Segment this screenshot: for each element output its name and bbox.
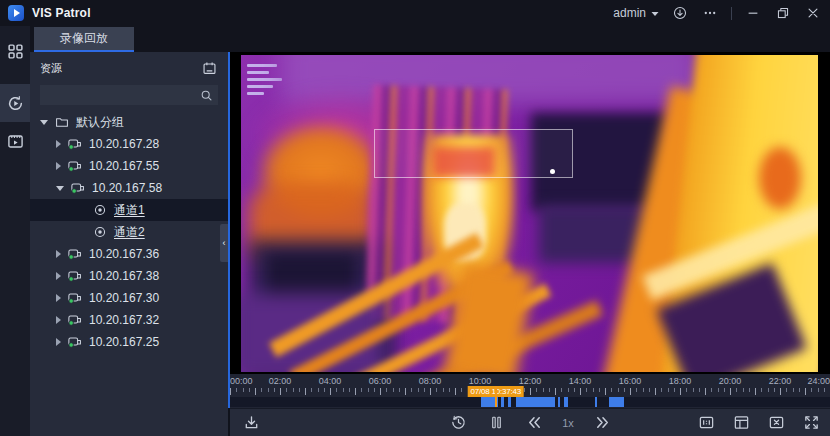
timeline-tick	[593, 388, 594, 392]
download-center-button[interactable]	[671, 4, 689, 22]
tree-item-label: 10.20.167.28	[89, 137, 159, 151]
layout-button[interactable]	[728, 411, 754, 435]
timeline-tick	[630, 388, 631, 395]
tree-item-10.20.167.58[interactable]: 10.20.167.58	[30, 177, 228, 199]
timeline-tick	[605, 388, 606, 395]
expand-arrow-icon[interactable]	[56, 140, 61, 148]
timeline-tick	[793, 388, 794, 392]
tab-playback[interactable]: 录像回放	[34, 27, 134, 52]
timeline-tick	[236, 388, 237, 392]
fullscreen-button[interactable]	[798, 411, 824, 435]
tree-item-默认分组[interactable]: 默认分组	[30, 111, 228, 133]
timeline-recording-track[interactable]	[230, 397, 830, 407]
timeline-hour-label: 12:00	[519, 376, 542, 386]
tree-item-10.20.167.36[interactable]: 10.20.167.36	[30, 243, 228, 265]
nav-video-button[interactable]	[0, 122, 30, 160]
more-button[interactable]	[701, 4, 719, 22]
timeline-tick	[799, 388, 800, 392]
timeline-tick	[249, 388, 250, 392]
timeline-tick	[274, 388, 275, 392]
tree-item-10.20.167.25[interactable]: 10.20.167.25	[30, 331, 228, 353]
timeline-hour-label: 02:00	[269, 376, 292, 386]
nav-playback-button[interactable]	[0, 84, 30, 122]
pause-button[interactable]	[483, 411, 509, 435]
timeline-tick	[393, 388, 394, 392]
collapse-panel-handle[interactable]: ‹	[220, 224, 228, 262]
video-viewport[interactable]	[230, 52, 830, 374]
device-icon	[67, 137, 83, 151]
tree-item-label: 10.20.167.36	[89, 247, 159, 261]
timeline-tick	[530, 388, 531, 395]
timeline-tick	[705, 388, 706, 395]
channel-icon	[92, 203, 108, 217]
timeline-tick	[230, 388, 231, 395]
nav-rail	[0, 26, 30, 436]
timeline-tick	[299, 388, 300, 392]
tree-item-10.20.167.32[interactable]: 10.20.167.32	[30, 309, 228, 331]
timeline-tick	[418, 388, 419, 392]
timeline-tick	[755, 388, 756, 395]
recording-segment	[516, 397, 555, 407]
titlebar: VIS Patrol admin	[0, 0, 830, 26]
playhead[interactable]	[495, 386, 497, 407]
tree-item-label: 10.20.167.30	[89, 291, 159, 305]
vis-patrol-window: VIS Patrol admin 录像回放 资源	[0, 0, 830, 436]
timeline-tick	[293, 388, 294, 392]
timeline-hour-label: 10:00	[469, 376, 492, 386]
playback-controls: 1x	[230, 408, 830, 436]
expand-arrow-icon[interactable]	[56, 316, 61, 324]
playback-timeline[interactable]: 00:0002:0004:0006:0008:0010:0012:0014:00…	[230, 374, 830, 408]
expand-arrow-icon[interactable]	[56, 272, 61, 280]
timeline-tick	[336, 388, 337, 392]
tree-item-10.20.167.55[interactable]: 10.20.167.55	[30, 155, 228, 177]
search-box[interactable]	[40, 85, 218, 105]
timeline-tick	[286, 388, 287, 392]
expand-arrow-icon[interactable]	[56, 294, 61, 302]
device-icon	[67, 335, 83, 349]
timeline-tick	[268, 388, 269, 392]
speed-up-button[interactable]	[589, 411, 615, 435]
playback-history-button[interactable]	[445, 411, 471, 435]
timeline-tick	[324, 388, 325, 392]
timeline-tick	[386, 388, 387, 392]
timeline-tick	[355, 388, 356, 395]
tree-item-10.20.167.30[interactable]: 10.20.167.30	[30, 287, 228, 309]
user-menu[interactable]: admin	[613, 6, 659, 20]
expand-arrow-icon[interactable]	[56, 162, 61, 170]
device-icon	[70, 181, 86, 195]
timeline-hour-label: 16:00	[619, 376, 642, 386]
speed-label: 1x	[559, 417, 577, 429]
expand-arrow-icon[interactable]	[56, 186, 64, 191]
close-button[interactable]	[804, 4, 822, 22]
timeline-tick	[761, 388, 762, 392]
timeline-tick	[805, 388, 806, 395]
maximize-button[interactable]	[774, 4, 792, 22]
app-grid-button[interactable]	[0, 32, 30, 70]
tree-item-10.20.167.38[interactable]: 10.20.167.38	[30, 265, 228, 287]
tree-item-通道1[interactable]: 通道1	[30, 199, 228, 221]
timeline-tick	[699, 388, 700, 392]
tree-item-10.20.167.28[interactable]: 10.20.167.28	[30, 133, 228, 155]
timeline-tick	[724, 388, 725, 392]
tree-item-通道2[interactable]: 通道2	[30, 221, 228, 243]
timeline-tick	[549, 388, 550, 392]
timeline-tick	[555, 388, 556, 395]
expand-arrow-icon[interactable]	[56, 338, 61, 346]
timeline-tick	[749, 388, 750, 392]
timeline-tick	[449, 388, 450, 392]
expand-arrow-icon[interactable]	[40, 120, 48, 125]
search-input[interactable]	[45, 88, 200, 102]
timeline-tick	[349, 388, 350, 392]
timeline-tick	[668, 388, 669, 392]
calendar-button[interactable]	[200, 59, 218, 77]
timeline-tick	[718, 388, 719, 392]
minimize-button[interactable]	[744, 4, 762, 22]
close-all-button[interactable]	[763, 411, 789, 435]
speed-down-button[interactable]	[521, 411, 547, 435]
resource-panel: 资源 默认分组10.20.167.2810.20.167.5510.20.167…	[30, 52, 228, 436]
timeline-tick	[561, 388, 562, 392]
caret-down-icon	[651, 6, 659, 20]
expand-arrow-icon[interactable]	[56, 250, 61, 258]
download-clip-button[interactable]	[238, 411, 264, 435]
clip-list-button[interactable]	[693, 411, 719, 435]
